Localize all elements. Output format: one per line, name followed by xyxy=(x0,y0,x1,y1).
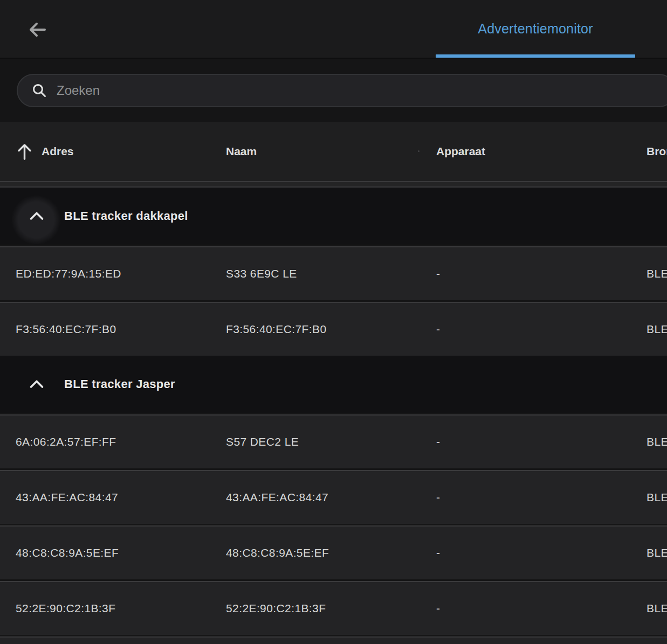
tab-active-indicator xyxy=(436,54,635,58)
back-button[interactable] xyxy=(24,18,50,44)
column-header-naam[interactable]: Naam xyxy=(226,145,436,158)
search-icon xyxy=(31,82,47,99)
search-section: Zoeken xyxy=(0,59,667,122)
app-bar: Advertentiemonitor xyxy=(0,0,667,59)
column-header-apparaat[interactable]: Apparaat xyxy=(436,145,647,158)
table-row[interactable]: 52:2E:90:C2:1B:3F 52:2E:90:C2:1B:3F - BL… xyxy=(0,581,667,635)
sort-arrow-up-icon xyxy=(17,143,32,161)
search-input[interactable]: Zoeken xyxy=(17,74,667,107)
column-header-adres[interactable]: Adres xyxy=(17,143,226,161)
cell-apparaat: - xyxy=(436,267,647,280)
chevron-up-icon[interactable] xyxy=(28,378,45,390)
search-placeholder: Zoeken xyxy=(57,83,100,98)
column-header-bron[interactable]: Bron xyxy=(647,145,667,158)
group-label: BLE tracker Jasper xyxy=(64,377,175,391)
cell-naam: S57 DEC2 LE xyxy=(226,435,436,448)
tab-label: Advertentiemonitor xyxy=(478,21,593,37)
cell-adres: 48:C8:C8:9A:5E:EF xyxy=(16,546,226,559)
cell-adres: ED:ED:77:9A:15:ED xyxy=(16,267,226,280)
scrolled-row-edge xyxy=(0,181,667,188)
column-header-label: Adres xyxy=(42,145,74,158)
cell-naam: 43:AA:FE:AC:84:47 xyxy=(226,491,436,504)
cell-naam: 52:2E:90:C2:1B:3F xyxy=(226,602,436,615)
cell-adres: F3:56:40:EC:7F:B0 xyxy=(16,323,226,336)
cell-naam: 48:C8:C8:9A:5E:EF xyxy=(226,546,436,559)
table-row[interactable]: F3:56:40:EC:7F:B0 F3:56:40:EC:7F:B0 - BL… xyxy=(0,302,667,356)
table-row-partial[interactable] xyxy=(0,636,667,644)
table-row[interactable]: ED:ED:77:9A:15:ED S33 6E9C LE - BLE xyxy=(0,246,667,300)
cell-apparaat: - xyxy=(436,602,647,615)
cell-apparaat: - xyxy=(436,546,647,559)
cell-apparaat: - xyxy=(436,323,647,336)
cell-naam: F3:56:40:EC:7F:B0 xyxy=(226,323,436,336)
chevron-up-icon[interactable] xyxy=(28,210,45,222)
table-row[interactable]: 43:AA:FE:AC:84:47 43:AA:FE:AC:84:47 - BL… xyxy=(0,470,667,524)
column-divider-dot xyxy=(418,150,420,152)
cell-bron: BLE xyxy=(647,267,667,280)
cell-adres: 6A:06:2A:57:EF:FF xyxy=(16,435,226,448)
cell-apparaat: - xyxy=(436,435,647,448)
cell-adres: 43:AA:FE:AC:84:47 xyxy=(16,491,226,504)
cell-bron: BLE xyxy=(647,491,667,504)
group-label: BLE tracker dakkapel xyxy=(64,209,188,223)
cell-bron: BLE xyxy=(647,435,667,448)
cell-bron: BLE xyxy=(647,546,667,559)
tab-advertentiemonitor[interactable]: Advertentiemonitor xyxy=(436,0,635,58)
cell-apparaat: - xyxy=(436,491,647,504)
arrow-left-icon xyxy=(26,18,49,43)
table-header: Adres Naam Apparaat Bron xyxy=(0,122,667,181)
table-row[interactable]: 48:C8:C8:9A:5E:EF 48:C8:C8:9A:5E:EF - BL… xyxy=(0,525,667,579)
group-header[interactable]: BLE tracker Jasper xyxy=(0,356,667,413)
cell-bron: BLE xyxy=(647,323,667,336)
group-header[interactable]: BLE tracker dakkapel xyxy=(0,188,667,245)
table-row[interactable]: 6A:06:2A:57:EF:FF S57 DEC2 LE - BLE xyxy=(0,414,667,468)
cell-adres: 52:2E:90:C2:1B:3F xyxy=(16,602,226,615)
cell-bron: BLE xyxy=(647,602,667,615)
cell-naam: S33 6E9C LE xyxy=(226,267,436,280)
table-body: BLE tracker dakkapel ED:ED:77:9A:15:ED S… xyxy=(0,188,667,644)
